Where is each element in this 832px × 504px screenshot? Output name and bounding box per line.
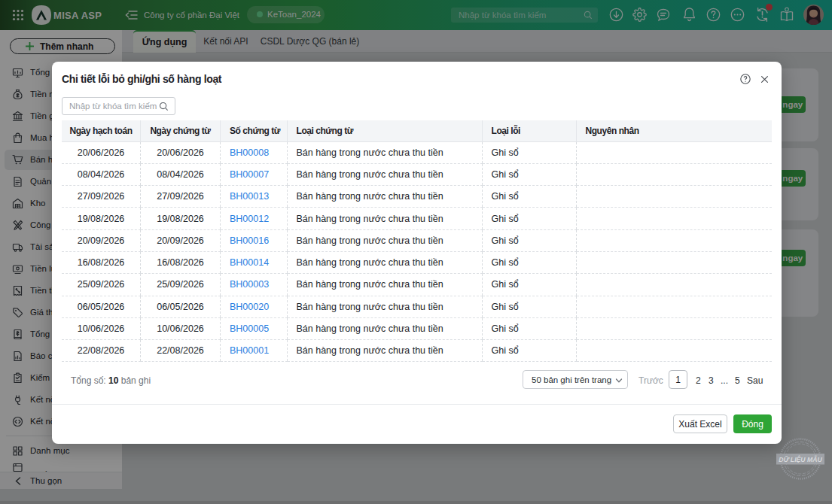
svg-text:DỮ LIỆU MẪU: DỮ LIỆU MẪU: [779, 455, 822, 463]
